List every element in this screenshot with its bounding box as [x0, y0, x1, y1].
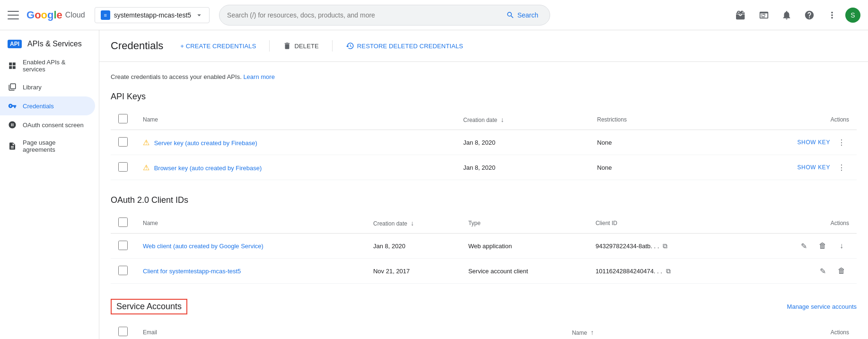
- header-separator2: [332, 40, 333, 52]
- oauth-row1-type: Web application: [461, 234, 588, 259]
- api-key-row1-name[interactable]: Server key (auto created by Firebase): [154, 139, 257, 147]
- sidebar-header: API APIs & Services: [0, 34, 99, 54]
- api-keys-title: API Keys: [111, 92, 857, 102]
- search-icon: [506, 11, 515, 19]
- gift-icon[interactable]: [732, 6, 751, 25]
- learn-more-link[interactable]: Learn more: [243, 73, 274, 80]
- avatar[interactable]: S: [845, 8, 860, 23]
- api-keys-col-date: Creation date ↓: [456, 109, 589, 130]
- app-layout: API APIs & Services Enabled APIs & servi…: [0, 30, 868, 339]
- service-accounts-section: Service Accounts Manage service accounts…: [111, 299, 857, 339]
- sort-arrow-icon2: ↓: [411, 219, 414, 227]
- show-key-button-row2[interactable]: SHOW KEY: [798, 164, 830, 171]
- page-title: Credentials: [111, 40, 163, 52]
- more-vert-nav-icon[interactable]: [823, 6, 842, 25]
- oauth-col-actions: Actions: [741, 213, 857, 234]
- sidebar-item-library[interactable]: Library: [0, 78, 95, 96]
- terminal-icon[interactable]: [754, 6, 773, 25]
- sa-col-actions: Actions: [767, 322, 857, 339]
- sa-col-name: Name ↑: [564, 322, 767, 339]
- api-keys-table: Name Creation date ↓ Restrictions Action…: [111, 109, 857, 180]
- sidebar-item-credentials[interactable]: Credentials: [0, 96, 95, 115]
- delete-icon-oauth-row1[interactable]: 🗑: [815, 238, 830, 253]
- delete-button[interactable]: DELETE: [277, 38, 324, 54]
- more-vert-icon-row1[interactable]: ⋮: [834, 135, 849, 150]
- header-separator: [269, 40, 270, 52]
- table-row: ⚠ Server key (auto created by Firebase) …: [111, 130, 857, 155]
- grid-icon: [8, 61, 17, 70]
- oauth-col-clientid: Client ID: [588, 213, 741, 234]
- oauth-select-all[interactable]: [118, 217, 128, 227]
- more-vert-icon-row2[interactable]: ⋮: [834, 160, 849, 175]
- api-key-row2-checkbox[interactable]: [118, 162, 128, 172]
- oauth-title: OAuth 2.0 Client IDs: [111, 195, 857, 205]
- api-key-row2-restrictions: None: [589, 155, 696, 180]
- download-icon-oauth-row1[interactable]: ↓: [834, 238, 849, 253]
- oauth-icon: [8, 120, 17, 130]
- api-keys-section: API Keys Name Creation date ↓ Restrictio…: [111, 92, 857, 180]
- sidebar-item-label: Page usage agreements: [23, 139, 88, 153]
- service-accounts-title-box: Service Accounts: [111, 299, 187, 314]
- project-selector[interactable]: ≡ systemtestapp-mcas-test5: [95, 7, 210, 23]
- api-keys-col-restrictions: Restrictions: [589, 109, 696, 130]
- api-key-row1-date: Jan 8, 2020: [456, 130, 589, 155]
- copy-icon[interactable]: ⧉: [663, 242, 667, 250]
- content-area: Create credentials to access your enable…: [99, 62, 868, 339]
- hamburger-menu[interactable]: [8, 9, 19, 21]
- oauth-row1-clientid: 943297822434-8atb. . . ⧉: [588, 234, 741, 259]
- restore-label: RESTORE DELETED CREDENTIALS: [357, 43, 463, 50]
- sort-arrow-icon3: ↑: [590, 329, 594, 336]
- logo-g-blue2: g: [47, 9, 53, 21]
- help-icon[interactable]: [800, 6, 819, 25]
- show-key-button-row1[interactable]: SHOW KEY: [798, 139, 830, 146]
- oauth-row2-name[interactable]: Client for systemtestapp-mcas-test5: [143, 268, 241, 275]
- cloud-text: Cloud: [65, 11, 85, 19]
- oauth-row2-date: Nov 21, 2017: [366, 259, 461, 284]
- bell-icon[interactable]: [777, 6, 796, 25]
- copy-icon2[interactable]: ⧉: [666, 267, 671, 275]
- oauth-row1-checkbox[interactable]: [118, 241, 128, 250]
- manage-service-accounts-link[interactable]: Manage service accounts: [787, 303, 857, 310]
- sidebar-item-label: Credentials: [23, 103, 54, 110]
- search-input[interactable]: [227, 11, 502, 19]
- api-key-row1-restrictions: None: [589, 130, 696, 155]
- sidebar-item-page-usage[interactable]: Page usage agreements: [0, 134, 95, 158]
- warning-icon: ⚠: [143, 164, 149, 172]
- logo-g-yellow: o: [41, 9, 47, 21]
- api-badge: API: [8, 40, 22, 48]
- chevron-down-icon: [195, 11, 203, 19]
- nav-icons: S: [732, 6, 860, 25]
- sidebar-item-label: OAuth consent screen: [23, 122, 84, 129]
- sidebar-item-label: Enabled APIs & services: [23, 59, 88, 73]
- oauth-col-date: Creation date ↓: [366, 213, 461, 234]
- edit-icon-oauth-row2[interactable]: ✎: [815, 263, 830, 278]
- create-credentials-button[interactable]: + CREATE CREDENTIALS: [175, 39, 262, 53]
- oauth-section: OAuth 2.0 Client IDs Name Creation date …: [111, 195, 857, 284]
- api-key-row2-date: Jan 8, 2020: [456, 155, 589, 180]
- table-row: Client for systemtestapp-mcas-test5 Nov …: [111, 259, 857, 284]
- top-nav: Google Cloud ≡ systemtestapp-mcas-test5 …: [0, 0, 868, 30]
- oauth-row1-name[interactable]: Web client (auto created by Google Servi…: [143, 243, 263, 250]
- table-row: Web client (auto created by Google Servi…: [111, 234, 857, 259]
- logo-g-blue: G: [26, 9, 35, 21]
- search-button[interactable]: Search: [502, 9, 542, 21]
- sa-select-all[interactable]: [118, 327, 128, 336]
- sidebar-item-enabled-apis[interactable]: Enabled APIs & services: [0, 54, 95, 78]
- logo-g-red: o: [35, 9, 41, 21]
- oauth-row2-clientid: 10116242884240474. . . ⧉: [588, 259, 741, 284]
- restore-credentials-button[interactable]: RESTORE DELETED CREDENTIALS: [340, 38, 469, 54]
- oauth-row2-type: Service account client: [461, 259, 588, 284]
- delete-icon-oauth-row2[interactable]: 🗑: [834, 263, 849, 278]
- sidebar-item-oauth[interactable]: OAuth consent screen: [0, 115, 95, 134]
- oauth-row2-checkbox[interactable]: [118, 266, 128, 275]
- service-accounts-table: Email Name ↑ Actions systemtestapp-mcas-…: [111, 322, 857, 339]
- restore-icon: [346, 42, 354, 50]
- api-key-row2-name[interactable]: Browser key (auto created by Firebase): [154, 165, 262, 172]
- api-keys-col-name: Name: [135, 109, 456, 130]
- oauth-col-name: Name: [135, 213, 366, 234]
- project-icon: ≡: [101, 10, 110, 20]
- api-keys-select-all[interactable]: [118, 114, 128, 123]
- edit-icon-oauth-row1[interactable]: ✎: [796, 238, 811, 253]
- api-key-row1-checkbox[interactable]: [118, 137, 128, 147]
- library-icon: [8, 82, 17, 92]
